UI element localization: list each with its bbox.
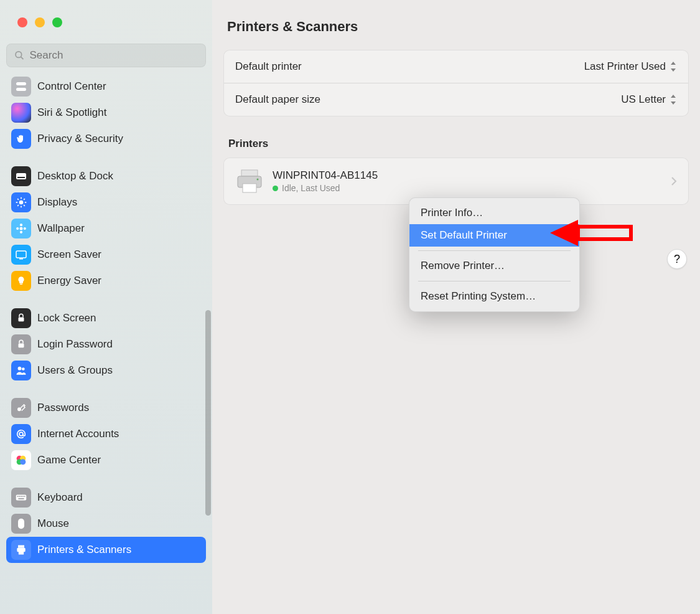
svg-point-16 (20, 224, 22, 226)
svg-point-26 (22, 367, 25, 371)
default-paper-value[interactable]: US Letter (621, 93, 677, 106)
control-center-icon (11, 77, 31, 97)
svg-line-11 (17, 199, 19, 200)
printers-section-title: Printers (228, 138, 689, 150)
key-icon (11, 398, 31, 418)
search-icon (14, 50, 25, 61)
window: Control Center Siri & Spotlight Privacy … (0, 0, 700, 614)
sidebar-item-label: Energy Saver (37, 275, 101, 287)
bulb-icon (11, 271, 31, 291)
svg-point-27 (17, 407, 21, 411)
sidebar-item-label: Users & Groups (37, 364, 113, 377)
minimize-window-button[interactable] (35, 17, 45, 27)
search-container (0, 44, 212, 73)
status-dot-icon (273, 186, 278, 191)
svg-rect-41 (18, 546, 24, 548)
sidebar-item-lock-screen[interactable]: Lock Screen (6, 305, 206, 331)
svg-rect-33 (16, 494, 27, 500)
default-printer-value[interactable]: Last Printer Used (584, 60, 677, 73)
sidebar: Control Center Siri & Spotlight Privacy … (0, 0, 212, 614)
sidebar-item-label: Internet Accounts (37, 428, 119, 440)
sidebar-item-energy[interactable]: Energy Saver (6, 268, 206, 294)
sidebar-item-label: Control Center (37, 80, 106, 93)
sidebar-scrollbar[interactable] (204, 310, 212, 516)
sidebar-item-label: Displays (37, 196, 77, 209)
flower-icon (11, 219, 31, 239)
sidebar-item-siri[interactable]: Siri & Spotlight (6, 100, 206, 126)
svg-line-13 (17, 205, 19, 206)
sidebar-item-mouse[interactable]: Mouse (6, 511, 206, 537)
close-window-button[interactable] (17, 17, 27, 27)
gamecenter-icon (11, 450, 31, 470)
printer-info: WINPRINT04-AB1145 Idle, Last Used (273, 169, 378, 193)
svg-rect-44 (241, 170, 258, 176)
svg-point-25 (18, 367, 22, 371)
help-button[interactable]: ? (667, 249, 687, 269)
scrollbar-thumb[interactable] (205, 310, 211, 516)
sidebar-item-control-center[interactable]: Control Center (6, 73, 206, 100)
svg-rect-2 (16, 82, 26, 85)
row-label: Default printer (235, 60, 302, 73)
sidebar-item-game-center[interactable]: Game Center (6, 447, 206, 473)
sidebar-item-label: Keyboard (37, 491, 83, 504)
sidebar-item-printers-scanners[interactable]: Printers & Scanners (6, 537, 206, 563)
sidebar-item-label: Wallpaper (37, 222, 85, 235)
nav-group: Keyboard Mouse Printers & Scanners (4, 484, 208, 563)
svg-point-28 (19, 432, 23, 436)
sidebar-item-internet-accounts[interactable]: Internet Accounts (6, 421, 206, 447)
sidebar-item-label: Privacy & Security (37, 133, 123, 145)
sidebar-item-passwords[interactable]: Passwords (6, 395, 206, 421)
menu-separator (418, 281, 571, 281)
sidebar-item-wallpaper[interactable]: Wallpaper (6, 215, 206, 242)
dock-icon (11, 166, 31, 186)
nav-group: Passwords Internet Accounts Game Center (4, 395, 208, 473)
svg-point-19 (24, 227, 26, 230)
sidebar-item-displays[interactable]: Displays (6, 189, 206, 215)
sidebar-item-label: Printers & Scanners (37, 544, 131, 556)
svg-rect-35 (19, 496, 20, 497)
sidebar-item-label: Desktop & Dock (37, 170, 113, 182)
svg-point-15 (20, 227, 23, 230)
zoom-window-button[interactable] (52, 17, 62, 27)
sidebar-item-label: Mouse (37, 517, 69, 530)
sidebar-item-label: Game Center (37, 454, 101, 466)
sidebar-item-screensaver[interactable]: Screen Saver (6, 242, 206, 268)
sidebar-item-privacy[interactable]: Privacy & Security (6, 126, 206, 152)
menu-separator (418, 250, 571, 251)
chevron-right-icon (671, 176, 677, 186)
default-paper-row[interactable]: Default paper size US Letter (224, 83, 688, 116)
at-icon (11, 424, 31, 444)
printer-icon (11, 540, 31, 560)
svg-rect-23 (19, 318, 24, 322)
sun-icon (11, 192, 31, 212)
sidebar-item-users-groups[interactable]: Users & Groups (6, 357, 206, 384)
search-input[interactable] (30, 49, 198, 62)
svg-line-1 (21, 57, 23, 59)
printer-device-icon (235, 167, 264, 196)
menu-item-remove-printer[interactable]: Remove Printer… (409, 255, 579, 277)
mouse-icon (11, 514, 31, 534)
sidebar-item-desktop-dock[interactable]: Desktop & Dock (6, 163, 206, 189)
svg-rect-40 (18, 519, 24, 529)
sidebar-item-login-password[interactable]: Login Password (6, 331, 206, 357)
svg-rect-3 (16, 88, 26, 91)
chevron-up-down-icon (670, 95, 677, 105)
help-label: ? (674, 253, 680, 266)
svg-rect-22 (20, 284, 23, 285)
svg-rect-39 (18, 498, 24, 499)
sidebar-item-keyboard[interactable]: Keyboard (6, 484, 206, 511)
context-menu: Printer Info… Set Default Printer Remove… (409, 197, 580, 312)
printer-name: WINPRINT04-AB1145 (273, 169, 378, 182)
default-printer-row[interactable]: Default printer Last Printer Used (224, 50, 688, 83)
svg-rect-24 (19, 344, 24, 348)
sidebar-item-label: Siri & Spotlight (37, 106, 107, 119)
page-title: Printers & Scanners (223, 19, 689, 35)
svg-rect-4 (16, 173, 26, 179)
svg-rect-21 (19, 258, 23, 260)
search-field[interactable] (6, 44, 206, 67)
sidebar-item-label: Screen Saver (37, 248, 101, 261)
annotation-arrow-icon (544, 216, 634, 250)
sidebar-item-label: Passwords (37, 402, 89, 414)
menu-item-reset-printing-system[interactable]: Reset Printing System… (409, 285, 579, 308)
users-icon (11, 361, 31, 380)
